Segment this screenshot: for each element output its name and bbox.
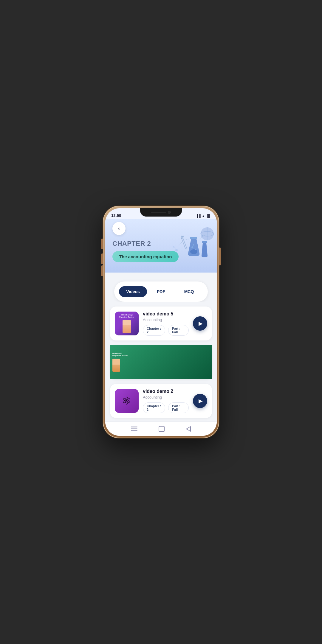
tab-pdf[interactable]: PDF bbox=[147, 286, 175, 297]
chapter-title: CHAPTER 2 bbox=[112, 240, 210, 248]
video-card-3[interactable]: ⚛ video demo 2 Accounting Chapter : 2 Pa… bbox=[110, 384, 212, 418]
video-title-1: video demo 5 bbox=[143, 311, 189, 317]
video-thumbnail-2: MathematicsIntegration - Basics bbox=[115, 350, 139, 374]
play-button-1[interactable]: ▶ bbox=[193, 316, 207, 331]
svg-rect-3 bbox=[190, 237, 197, 239]
status-time: 12:50 bbox=[111, 213, 121, 218]
svg-rect-15 bbox=[131, 427, 137, 427]
menu-icon[interactable] bbox=[131, 427, 137, 431]
video-thumbnail-1: GCSE BiologyDigestive System bbox=[115, 312, 139, 335]
svg-point-4 bbox=[190, 249, 197, 254]
video-meta-1: Chapter : 2 Part : Full bbox=[143, 325, 189, 336]
tab-bar-wrapper: Videos PDF MCQ bbox=[105, 273, 217, 302]
atom-icon: ⚛ bbox=[122, 395, 131, 407]
video-info-1: video demo 5 Accounting Chapter : 2 Part… bbox=[143, 311, 189, 336]
svg-point-9 bbox=[181, 236, 182, 237]
svg-point-1 bbox=[201, 231, 214, 236]
phone-frame: 12:50 ▐▐ ▲ ▐▌ bbox=[103, 206, 219, 438]
video-list: GCSE BiologyDigestive System video demo … bbox=[105, 302, 217, 421]
svg-rect-17 bbox=[131, 430, 137, 431]
wifi-icon: ▲ bbox=[202, 214, 205, 218]
notch-speaker bbox=[151, 212, 166, 213]
tab-videos[interactable]: Videos bbox=[119, 286, 147, 297]
svg-point-10 bbox=[182, 236, 184, 237]
svg-point-12 bbox=[175, 249, 178, 251]
phone-notch bbox=[140, 208, 182, 217]
play-icon-3: ▶ bbox=[199, 398, 203, 404]
status-icons: ▐▐ ▲ ▐▌ bbox=[196, 214, 211, 218]
video-card-1[interactable]: GCSE BiologyDigestive System video demo … bbox=[110, 307, 212, 340]
header-area: ‹ CHAPTER 2 The accounting equation bbox=[105, 219, 217, 273]
home-icon[interactable] bbox=[159, 426, 165, 432]
back-arrow-icon: ‹ bbox=[118, 226, 120, 231]
part-badge-1: Part : Full bbox=[168, 325, 189, 336]
video-card-2[interactable]: MathematicsIntegration - Basics video de… bbox=[110, 345, 212, 379]
tab-bar: Videos PDF MCQ bbox=[119, 286, 203, 297]
phone-screen: 12:50 ▐▐ ▲ ▐▌ bbox=[105, 208, 217, 436]
svg-rect-18 bbox=[159, 426, 164, 432]
chapter-subtitle: The accounting equation bbox=[112, 251, 179, 262]
back-button[interactable]: ‹ bbox=[112, 222, 126, 235]
video-title-3: video demo 2 bbox=[143, 389, 189, 394]
svg-marker-19 bbox=[186, 427, 191, 431]
screen-content[interactable]: ‹ CHAPTER 2 The accounting equation Vide… bbox=[105, 219, 217, 421]
svg-point-6 bbox=[195, 249, 196, 250]
svg-point-0 bbox=[201, 227, 214, 240]
play-icon-1: ▶ bbox=[199, 321, 203, 326]
video-info-3: video demo 2 Accounting Chapter : 2 Part… bbox=[143, 389, 189, 413]
video-thumbnail-3: ⚛ bbox=[115, 389, 139, 413]
battery-icon: ▐▌ bbox=[206, 214, 211, 218]
notch-camera bbox=[168, 211, 171, 214]
back-nav-icon[interactable] bbox=[186, 426, 191, 432]
video-meta-3: Chapter : 2 Part : Full bbox=[143, 402, 189, 413]
play-button-3[interactable]: ▶ bbox=[193, 394, 207, 408]
tab-bar-container: Videos PDF MCQ bbox=[114, 281, 208, 302]
svg-rect-16 bbox=[131, 428, 137, 429]
part-badge-3: Part : Full bbox=[168, 402, 189, 413]
chapter-badge-1: Chapter : 2 bbox=[143, 325, 165, 336]
video-subject-3: Accounting bbox=[143, 395, 189, 399]
chapter-badge-3: Chapter : 2 bbox=[143, 402, 165, 413]
bottom-bar bbox=[105, 421, 217, 436]
tab-mcq[interactable]: MCQ bbox=[175, 286, 203, 297]
signal-icon: ▐▐ bbox=[196, 214, 201, 218]
video-subject-1: Accounting bbox=[143, 318, 189, 322]
